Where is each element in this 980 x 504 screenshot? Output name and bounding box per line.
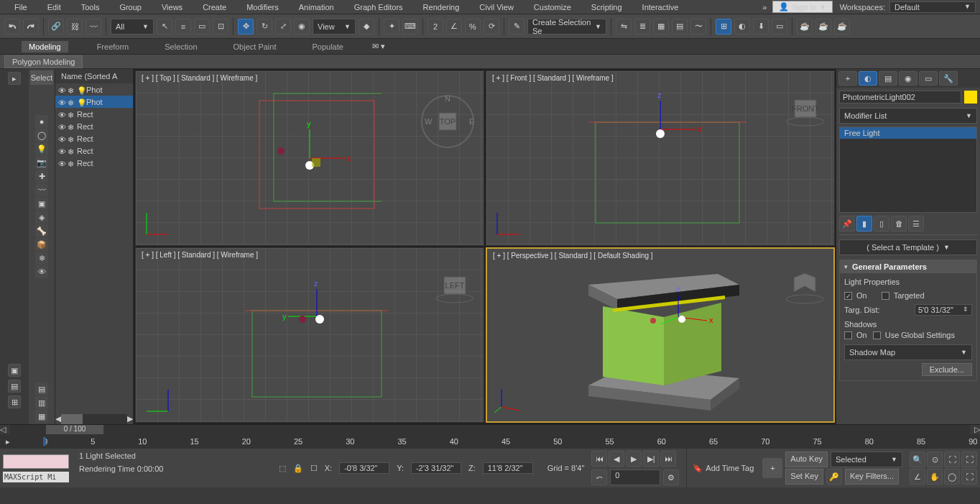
edit-selection-button[interactable]: ✎ — [509, 19, 524, 35]
list-item[interactable]: 👁❄Rect — [55, 157, 133, 169]
menu-tools[interactable]: Tools — [71, 3, 110, 12]
pin-stack-icon[interactable]: 📌 — [839, 216, 855, 232]
menu-civilview[interactable]: Civil View — [469, 3, 523, 12]
list-item[interactable]: 👁❄Rect — [55, 108, 133, 120]
modifier-stack[interactable]: Free Light — [839, 127, 977, 213]
snap-button[interactable]: 2 — [427, 19, 443, 35]
list-item[interactable]: 👁❄💡Phot — [55, 96, 133, 108]
workspace-select[interactable]: Default ▼ — [889, 1, 976, 13]
display-shapes-icon[interactable]: ◯ — [35, 129, 48, 142]
display-xrefs-icon[interactable]: ◈ — [35, 211, 48, 224]
menu-grapheditors[interactable]: Graph Editors — [344, 3, 413, 12]
display-tab-icon[interactable]: ▭ — [919, 71, 938, 86]
eye-icon[interactable]: 👁 — [58, 123, 65, 130]
key-default-icon[interactable]: 🔑 — [826, 469, 842, 485]
redo-button[interactable] — [23, 19, 39, 35]
rect-select-button[interactable]: ▭ — [194, 19, 210, 35]
curve-editor-button[interactable]: 〜 — [690, 19, 706, 35]
list-item[interactable]: 👁❄Rect — [55, 120, 133, 132]
time-handle[interactable]: 0 / 100 — [46, 425, 103, 435]
tab-selection[interactable]: Selection — [157, 41, 204, 52]
pivot-button[interactable]: ◆ — [359, 19, 374, 35]
ribbon-postage-icon[interactable]: ✉ ▾ — [372, 42, 385, 51]
menu-customize[interactable]: Customize — [524, 3, 581, 12]
strip-btn-2[interactable]: ▣ — [8, 364, 21, 377]
eye-icon[interactable]: 👁 — [58, 98, 65, 106]
sel-lock-icon[interactable]: ⬚ — [279, 464, 286, 473]
display-geometry-icon[interactable]: ● — [35, 115, 48, 128]
spinner-snap-button[interactable]: ⟳ — [484, 19, 499, 35]
setkey-button[interactable]: Set Key — [785, 469, 823, 485]
zoom-ext-all-icon[interactable]: ⛶ — [961, 452, 977, 467]
display-frozen-icon[interactable]: ❄ — [35, 252, 48, 265]
angle-snap-button[interactable]: ∠ — [446, 19, 462, 35]
use-global-checkbox[interactable]: Use Global Settings — [873, 331, 955, 339]
display-cameras-icon[interactable]: 📷 — [35, 156, 48, 169]
render-cloud-button[interactable]: ☕ — [834, 19, 850, 35]
tab-populate[interactable]: Populate — [305, 41, 350, 52]
zoom-ext-icon[interactable]: ⛶ — [944, 452, 960, 467]
render-online-button[interactable]: ☕ — [815, 19, 831, 35]
ruler-expand-icon[interactable]: ▸ — [6, 437, 10, 446]
utilities-tab-icon[interactable]: 🔧 — [939, 71, 958, 86]
show-end-icon[interactable]: ▮ — [856, 216, 872, 232]
subtab-polygon[interactable]: Polygon Modeling — [4, 55, 83, 68]
viewport-label[interactable]: [ + ] [ Perspective ] [ Standard ] [ Def… — [493, 252, 653, 260]
time-ruler[interactable]: ▸ 05101520253035404550556065707580859095… — [0, 434, 980, 449]
next-frame-icon[interactable]: ▶| — [643, 451, 659, 467]
keyfilter-select[interactable]: Selected▼ — [831, 452, 902, 467]
on-checkbox[interactable]: On — [844, 291, 867, 300]
window-crossing-button[interactable]: ⊡ — [213, 19, 228, 35]
configure-icon[interactable]: ☰ — [908, 216, 924, 232]
schematic-view-button[interactable]: ⊞ — [716, 19, 731, 35]
set-key-big-icon[interactable]: + — [762, 458, 782, 478]
unlink-button[interactable]: ⛓ — [67, 19, 83, 35]
color-swatch[interactable] — [964, 91, 977, 104]
viewport-label[interactable]: [ + ] [ Top ] [ Standard ] [ Wireframe ] — [142, 74, 257, 82]
scene-scrollbar[interactable]: ◀▶ — [55, 414, 133, 424]
display-container-icon[interactable]: 📦 — [35, 238, 48, 251]
menu-rendering[interactable]: Rendering — [413, 3, 470, 12]
eye-icon[interactable]: 👁 — [58, 160, 65, 167]
display-space-icon[interactable]: 〰 — [35, 183, 48, 196]
remove-mod-icon[interactable]: 🗑 — [891, 216, 907, 232]
max-viewport-icon[interactable]: ⛶ — [961, 469, 977, 485]
y-field[interactable]: -2'3 31/32" — [411, 462, 461, 474]
menu-scripting[interactable]: Scripting — [581, 3, 632, 12]
goto-start-icon[interactable]: ⏮ — [591, 451, 607, 467]
render-setup-button[interactable]: ⬇ — [753, 19, 769, 35]
keyboard-button[interactable]: ⌨ — [402, 19, 418, 35]
time-next-icon[interactable]: ▷ — [974, 425, 980, 434]
modify-tab-icon[interactable]: ◐ — [859, 71, 877, 86]
placement-button[interactable]: ◉ — [294, 19, 310, 35]
render-button[interactable]: ☕ — [797, 19, 813, 35]
orbit-icon[interactable]: ◯ — [944, 469, 960, 485]
selection-filter[interactable]: All▼ — [111, 19, 154, 35]
addtag-icon[interactable]: 🔖 — [693, 464, 703, 473]
time-prev-icon[interactable]: ◁ — [0, 425, 6, 434]
move-button[interactable]: ✥ — [238, 19, 254, 35]
create-tab-icon[interactable]: + — [838, 71, 857, 86]
time-slider[interactable]: ◁ 0 / 100 ▷ — [0, 424, 980, 434]
frame-field[interactable]: 0 — [610, 469, 660, 485]
strip-btn-1[interactable]: ▸ — [8, 72, 21, 85]
key-mode-icon[interactable]: ⤺ — [591, 469, 607, 485]
keyfilters-button[interactable]: Key Filters... — [845, 469, 899, 485]
mirror-button[interactable]: ⇋ — [616, 19, 632, 35]
x-field[interactable]: -0'8 3/32" — [339, 462, 389, 474]
autokey-button[interactable]: Auto Key — [785, 452, 828, 467]
select-name-button[interactable]: ≡ — [175, 19, 191, 35]
freeze-icon[interactable]: ❄ — [68, 135, 75, 142]
z-field[interactable]: 11'8 2/32" — [483, 462, 533, 474]
menu-create[interactable]: Create — [193, 3, 236, 12]
freeze-icon[interactable]: ❄ — [68, 147, 75, 155]
template-select[interactable]: ( Select a Template )▼ — [839, 239, 977, 255]
menu-views[interactable]: Views — [152, 3, 193, 12]
strip-bot-3[interactable]: ▦ — [35, 410, 48, 423]
manipulate-button[interactable]: ✦ — [384, 19, 399, 35]
shadows-on-checkbox[interactable]: On — [844, 331, 867, 339]
time-config-icon[interactable]: ⚙ — [663, 469, 679, 485]
display-groups-icon[interactable]: ▣ — [35, 197, 48, 210]
viewcube-icon[interactable]: LEFT — [433, 270, 476, 306]
eye-icon[interactable]: 👁 — [58, 135, 65, 142]
